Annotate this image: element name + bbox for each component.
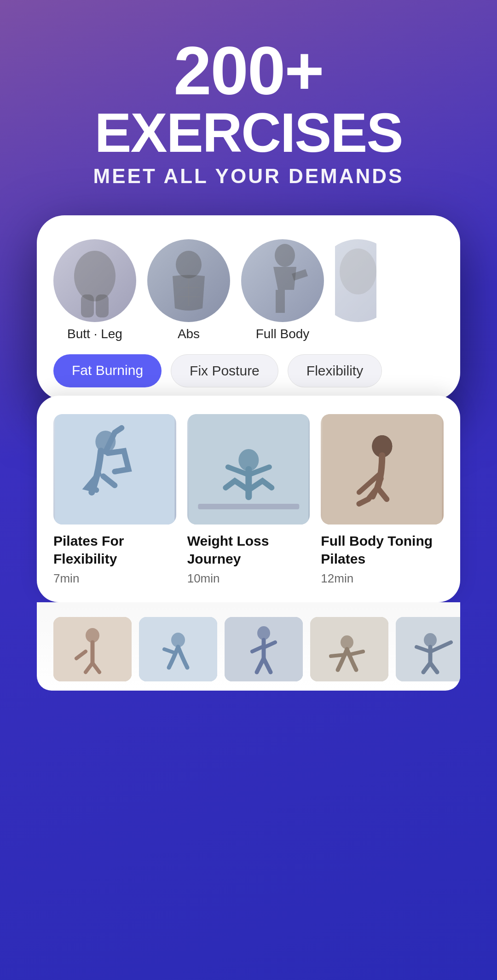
category-circle-partial [335,239,376,322]
workout-title-weightloss: Weight Loss Journey [187,532,310,568]
thumb-2[interactable] [139,617,217,681]
category-circle-butt [53,239,136,322]
svg-point-7 [275,244,295,267]
workout-thumb-weightloss [187,414,310,525]
phone-screen: Butt · Leg Abs [37,215,460,400]
category-abs[interactable]: Abs [147,239,230,341]
svg-point-8 [340,248,376,294]
category-butt-leg[interactable]: Butt · Leg [53,239,136,341]
phone-mockup: Butt · Leg Abs [37,215,460,691]
workout-title-pilates: Pilates For Flexibility [53,532,176,568]
thumb-4[interactable] [310,617,388,681]
category-label-butt: Butt · Leg [67,327,122,341]
workout-title-toning: Full Body Toning Pilates [321,532,444,568]
content-card: Pilates For Flexibility 7min [37,396,460,602]
svg-rect-2 [96,294,109,317]
svg-point-0 [74,251,116,301]
thumb-1[interactable] [53,617,132,681]
hero-number: 200+ [93,37,404,105]
hero-title: EXERCISES [93,105,404,160]
svg-rect-1 [81,294,94,317]
svg-rect-23 [310,617,388,681]
thumbnail-strip [37,602,460,691]
workout-card-pilates[interactable]: Pilates For Flexibility 7min [53,414,176,586]
workout-duration-pilates: 7min [53,571,176,586]
hero-subtitle: MEET ALL YOUR DEMANDS [93,165,404,188]
workout-card-toning[interactable]: Full Body Toning Pilates 12min [321,414,444,586]
workout-duration-toning: 12min [321,571,444,586]
workout-grid: Pilates For Flexibility 7min [53,414,444,586]
categories-row: Butt · Leg Abs [53,232,444,345]
filter-chips: Fat Burning Fix Posture Flexibility [53,345,444,400]
chip-fix-posture[interactable]: Fix Posture [171,354,278,387]
workout-duration-weightloss: 10min [187,571,310,586]
workout-thumb-pilates [53,414,176,525]
hero-section: 200+ EXERCISES MEET ALL YOUR DEMANDS [93,0,404,206]
chip-flexibility[interactable]: Flexibility [288,354,382,387]
category-full-body[interactable]: Full Body [241,239,324,341]
svg-point-3 [176,251,202,278]
category-label-fullbody: Full Body [256,327,310,341]
svg-rect-13 [198,504,299,509]
category-circle-fullbody [241,239,324,322]
workout-card-weightloss[interactable]: Weight Loss Journey 10min [187,414,310,586]
category-partial[interactable] [335,239,376,341]
chip-fat-burning[interactable]: Fat Burning [53,354,162,387]
workout-thumb-toning [321,414,444,525]
category-circle-abs [147,239,230,322]
thumb-3[interactable] [225,617,303,681]
thumb-5[interactable] [396,617,460,681]
category-label-abs: Abs [178,327,200,341]
